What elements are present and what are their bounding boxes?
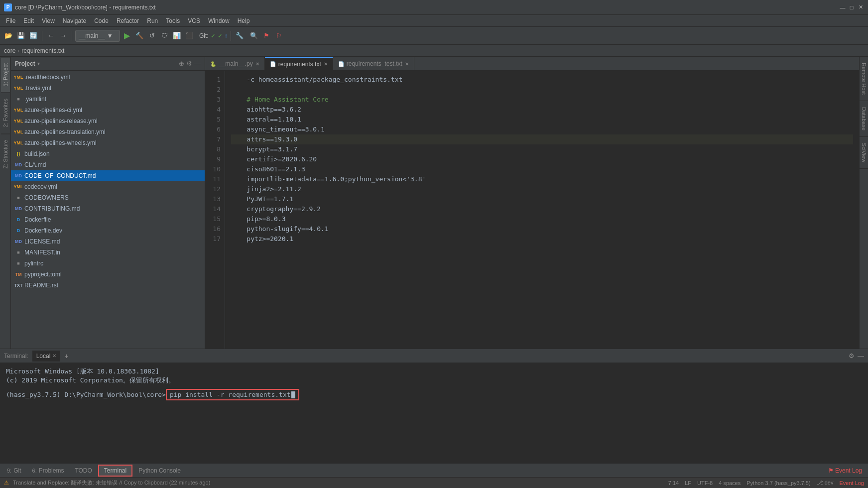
event-log-bottom[interactable]: ⚑ Event Log — [828, 467, 866, 474]
terminal-body[interactable]: Microsoft Windows [版本 10.0.18363.1082] (… — [0, 363, 868, 463]
bookmark-button[interactable]: ⚑ — [261, 30, 272, 41]
close-button[interactable]: ✕ — [857, 4, 864, 11]
tree-item-pylintrc[interactable]: ■pylintrc — [11, 258, 205, 269]
tree-item-build-json[interactable]: {}build.json — [11, 148, 205, 159]
menu-item-view[interactable]: View — [38, 16, 59, 25]
task-button[interactable]: ⚐ — [273, 30, 284, 41]
sync-button[interactable]: 🔄 — [28, 30, 39, 41]
code-line-7: attrs==19.3.0 — [231, 134, 853, 144]
maximize-button[interactable]: □ — [848, 4, 855, 11]
line-number-4: 4 — [205, 105, 225, 115]
file-name: build.json — [24, 150, 50, 157]
bottom-tab-terminal[interactable]: Terminal — [98, 465, 132, 477]
tab-requirements-txt[interactable]: 📄requirements.txt✕ — [265, 57, 333, 70]
terminal-hide-button[interactable]: — — [858, 352, 864, 360]
code-line-10: ciso8601==2.1.3 — [231, 164, 853, 174]
tree-item-CODEOWNERS[interactable]: ■CODEOWNERS — [11, 192, 205, 203]
code-text-16: python-slugify==4.0.1 — [231, 224, 329, 234]
git-check1[interactable]: ✓ — [211, 32, 216, 39]
terminal-tab-local[interactable]: Local ✕ — [32, 351, 61, 362]
tree-item-LICENSE-md[interactable]: MDLICENSE.md — [11, 236, 205, 247]
tab-close-button[interactable]: ✕ — [324, 61, 328, 67]
sidebar-item-project[interactable]: 1: Project — [1, 57, 10, 92]
bottom-tab-git[interactable]: 9:Git — [2, 465, 26, 477]
tree-item-Dockerfile[interactable]: DDockerfile — [11, 214, 205, 225]
menu-item-refactor[interactable]: Refactor — [113, 16, 143, 25]
bottom-tab-python-console[interactable]: Python Console — [133, 465, 186, 477]
bottom-tab-problems[interactable]: 6:Problems — [27, 465, 69, 477]
tree-item-CODE_OF_CONDUCT-md[interactable]: MDCODE_OF_CONDUCT.md — [11, 170, 205, 181]
reload-button[interactable]: ↺ — [146, 30, 157, 41]
menu-item-tools[interactable]: Tools — [162, 16, 184, 25]
tree-item--readthedocs-yml[interactable]: YML.readthedocs.yml — [11, 72, 205, 83]
sidebar-item-structure[interactable]: Z: Structure — [1, 133, 10, 174]
right-tab-database[interactable]: Database — [860, 101, 868, 137]
minimize-button[interactable]: — — [839, 4, 846, 11]
event-log-button[interactable]: Event Log — [839, 480, 864, 486]
tree-item-azure-pipelines-wheels-yml[interactable]: YMLazure-pipelines-wheels.yml — [11, 137, 205, 148]
tree-item--yamllint[interactable]: ■.yamllint — [11, 94, 205, 105]
menu-item-vcs[interactable]: VCS — [184, 16, 204, 25]
tree-item-MANIFEST-in[interactable]: ■MANIFEST.in — [11, 247, 205, 258]
profile-button[interactable]: 📊 — [171, 30, 182, 41]
menu-item-file[interactable]: File — [2, 16, 19, 25]
terminal-tab-close[interactable]: ✕ — [52, 353, 56, 359]
git-push[interactable]: ↑ — [225, 32, 228, 39]
python-interpreter[interactable]: Python 3.7 (hass_py3.7.5) — [746, 480, 810, 486]
cursor-position[interactable]: 7:14 — [668, 480, 679, 486]
bottom-tab-todo[interactable]: TODO — [70, 465, 97, 477]
right-tab-remote-host[interactable]: Remote Host — [860, 57, 868, 101]
breadcrumb-core[interactable]: core — [4, 47, 15, 54]
coverage-button[interactable]: 🛡 — [159, 30, 170, 41]
menu-item-run[interactable]: Run — [143, 16, 162, 25]
breadcrumb-file[interactable]: requirements.txt — [21, 47, 64, 54]
tab-requirements-test-txt[interactable]: 📄requirements_test.txt✕ — [333, 57, 414, 70]
project-settings-button[interactable]: ⚙ — [186, 60, 192, 67]
terminal-add-button[interactable]: + — [64, 352, 68, 360]
project-add-button[interactable]: ⊕ — [179, 60, 184, 67]
tree-item-README-rst[interactable]: TXTREADME.rst — [11, 280, 205, 291]
tree-item--travis-yml[interactable]: YML.travis.yml — [11, 83, 205, 94]
project-tree: YML.readthedocs.ymlYML.travis.yml■.yamll… — [11, 71, 205, 349]
tab-close-button[interactable]: ✕ — [255, 61, 259, 67]
right-tab-sciview[interactable]: SciView — [860, 137, 868, 169]
line-ending[interactable]: LF — [685, 480, 691, 486]
tree-item-CLA-md[interactable]: MDCLA.md — [11, 159, 205, 170]
tab-close-button[interactable]: ✕ — [405, 61, 409, 67]
menu-item-navigate[interactable]: Navigate — [59, 16, 90, 25]
build-button[interactable]: 🔨 — [134, 30, 145, 41]
line-number-6: 6 — [205, 124, 225, 134]
search-button[interactable]: 🔍 — [248, 30, 259, 41]
sidebar-item-favorites[interactable]: 2: Favorites — [1, 92, 10, 133]
tree-item-pyproject-toml[interactable]: TMpyproject.toml — [11, 269, 205, 280]
menu-item-help[interactable]: Help — [234, 16, 254, 25]
command-input-box[interactable]: pip install -r requirements.txt — [166, 389, 299, 400]
file-encoding[interactable]: UTF-8 — [697, 480, 713, 486]
forward-button[interactable]: → — [58, 30, 69, 41]
tab---main---py[interactable]: 🐍__main__.py✕ — [205, 57, 265, 70]
save-button[interactable]: 💾 — [15, 30, 26, 41]
menu-item-edit[interactable]: Edit — [19, 16, 38, 25]
run-button[interactable]: ▶ — [122, 30, 132, 41]
terminal-controls: ⚙ — — [849, 352, 864, 360]
indent-setting[interactable]: 4 spaces — [719, 480, 741, 486]
tree-item-Dockerfile-dev[interactable]: DDockerfile.dev — [11, 225, 205, 236]
menu-item-window[interactable]: Window — [204, 16, 234, 25]
project-collapse-button[interactable]: — — [194, 60, 201, 67]
tree-item-azure-pipelines-ci-yml[interactable]: YMLazure-pipelines-ci.yml — [11, 105, 205, 116]
git-check2[interactable]: ✓ — [218, 32, 223, 39]
tree-item-azure-pipelines-translation-yml[interactable]: YMLazure-pipelines-translation.yml — [11, 126, 205, 137]
stop-button[interactable]: ⬛ — [184, 30, 195, 41]
code-line-2 — [231, 85, 853, 95]
back-button[interactable]: ← — [45, 30, 56, 41]
run-config-dropdown[interactable]: __main__ ▼ — [75, 30, 120, 42]
tree-item-azure-pipelines-release-yml[interactable]: YMLazure-pipelines-release.yml — [11, 116, 205, 126]
open-file-button[interactable]: 📂 — [3, 30, 14, 41]
tree-item-codecov-yml[interactable]: YMLcodecov.yml — [11, 181, 205, 192]
code-area[interactable]: -c homeassistant/package_constraints.txt… — [225, 71, 859, 349]
menu-item-code[interactable]: Code — [90, 16, 113, 25]
tree-item-CONTRIBUTING-md[interactable]: MDCONTRIBUTING.md — [11, 203, 205, 214]
git-branch[interactable]: ⎇ dev — [817, 480, 834, 486]
terminal-settings-button[interactable]: ⚙ — [849, 352, 855, 360]
settings-button[interactable]: 🔧 — [234, 30, 245, 41]
